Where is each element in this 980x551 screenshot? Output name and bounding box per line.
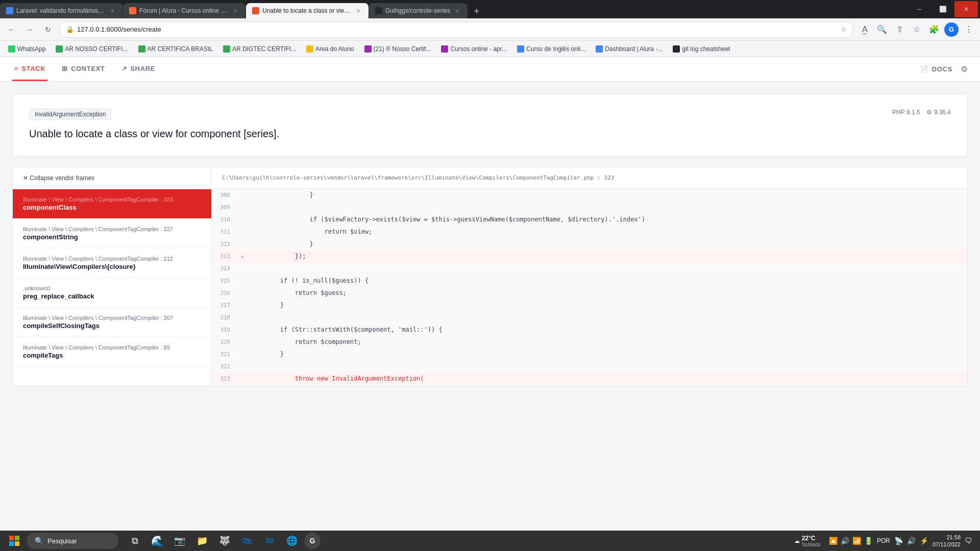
system-tray[interactable]: 🔼 🔊 📶 🔋	[829, 537, 873, 545]
translate-icon[interactable]: A̲	[857, 22, 872, 37]
line-number: 309	[212, 204, 238, 211]
bookmark-0[interactable]: WhatsApp	[4, 44, 50, 54]
bookmark-8[interactable]: Dashboard | Alura -...	[592, 44, 667, 54]
bookmark-favicon-2	[138, 45, 145, 53]
new-tab-button[interactable]: +	[470, 4, 484, 18]
line-content: throw new InvalidArgumentException(	[247, 375, 967, 382]
taskbar-webcam-icon[interactable]: 📷	[169, 531, 190, 551]
taskbar-chrome-icon[interactable]: 🌐	[282, 531, 302, 551]
clock[interactable]: 21:58 07/11/2022	[933, 534, 961, 548]
stack-frame-frame3[interactable]: Illuminate \ View \ Compilers \ Componen…	[13, 248, 211, 278]
battery-icon[interactable]: ⚡	[920, 537, 928, 545]
bookmark-1[interactable]: AR NOSSO CERTIFI...	[52, 44, 132, 54]
stack-frame-frame1[interactable]: Illuminate \ View \ Compilers \ Componen…	[13, 189, 211, 219]
taskbar-edge-icon[interactable]: 🌊	[147, 531, 167, 551]
line-content: }	[247, 302, 967, 309]
favorites-icon[interactable]: ☆	[910, 22, 924, 37]
frame-class-frame5: Illuminate \ View \ Compilers \ Componen…	[23, 315, 201, 321]
ignition-tab-context[interactable]: ⊞CONTEXT	[60, 57, 107, 81]
reload-button[interactable]: ↻	[41, 22, 55, 37]
code-viewer-panel: C:\Users\guilh\controle-series\vendor\la…	[212, 167, 967, 386]
taskbar-search[interactable]: 🔍 Pesquisar	[27, 533, 118, 549]
taskbar: 🔍 Pesquisar ⧉ 🌊 📷 📁 🐺 🛍 ✉ 🌐 G	[0, 531, 980, 551]
bookmark-9[interactable]: git log cheatsheet	[669, 44, 734, 54]
taskbar-g-icon[interactable]: G	[304, 533, 321, 549]
tab-close-tab3[interactable]: ✕	[354, 7, 362, 15]
browser-tab-tab1[interactable]: Laravel: validando formulários, u...✕	[0, 3, 122, 18]
bookmark-label-4: Area do Aluno	[315, 45, 354, 53]
close-button[interactable]: ✕	[954, 1, 978, 17]
collapse-vendor-button[interactable]: ✕ Collapse vendor frames	[13, 167, 211, 189]
line-number: 316	[212, 290, 238, 296]
search-icon[interactable]: 🔍	[875, 22, 889, 37]
tab-close-tab2[interactable]: ✕	[231, 7, 239, 15]
bookmark-favicon-0	[8, 45, 15, 53]
bookmark-6[interactable]: Cursos online - apr...	[437, 44, 511, 54]
bookmark-star-icon[interactable]: ☆	[841, 26, 847, 33]
start-button[interactable]	[4, 531, 24, 551]
tab-close-tab4[interactable]: ✕	[453, 7, 461, 15]
bookmark-label-2: AR CERTIFICA BRASIL	[148, 45, 213, 53]
frame-class-frame4: .unknown0	[23, 285, 201, 291]
bookmark-5[interactable]: (21) ® Nosso Certif...	[360, 44, 435, 54]
code-line: 322	[212, 360, 967, 372]
docs-button[interactable]: 📄 DOCS	[920, 65, 952, 73]
code-line: 323 throw new InvalidArgumentException(	[212, 372, 967, 385]
notifications-icon[interactable]: 🗨	[965, 537, 972, 545]
maximize-button[interactable]: ⬜	[931, 1, 954, 17]
forward-button[interactable]: →	[22, 22, 37, 37]
stack-frame-frame5[interactable]: Illuminate \ View \ Compilers \ Componen…	[13, 308, 211, 337]
stack-trace-area: ✕ Collapse vendor frames Illuminate \ Vi…	[12, 167, 968, 386]
stack-frame-frame2[interactable]: Illuminate \ View \ Compilers \ Componen…	[13, 219, 211, 248]
tab-close-tab1[interactable]: ✕	[108, 7, 116, 15]
ignition-tab-share[interactable]: ↗SHARE	[119, 57, 157, 81]
stack-frame-frame6[interactable]: Illuminate \ View \ Compilers \ Componen…	[13, 337, 211, 367]
back-button[interactable]: ←	[4, 22, 18, 37]
line-number: 317	[212, 302, 238, 309]
taskbar-mail-icon[interactable]: ✉	[259, 531, 280, 551]
ignition-tab-stack[interactable]: ≡STACK	[12, 57, 47, 81]
taskbar-store-icon[interactable]: 🛍	[237, 531, 257, 551]
weather-widget: ☁ 22°C Nublado	[790, 535, 825, 547]
line-content: }	[247, 191, 967, 198]
task-view-button[interactable]: ⧉	[125, 531, 145, 551]
line-content: return $view;	[247, 228, 967, 235]
browser-tab-tab4[interactable]: Guihggs/controle-series✕	[369, 3, 468, 18]
bookmark-favicon-3	[223, 45, 230, 53]
frame-class-frame3: Illuminate \ View \ Compilers \ Componen…	[23, 256, 201, 262]
bookmark-label-5: (21) ® Nosso Certif...	[374, 45, 431, 53]
bookmark-7[interactable]: Curso de Inglês onli...	[513, 44, 590, 54]
menu-icon[interactable]: ⋮	[962, 22, 976, 37]
extensions-icon[interactable]: 🧩	[927, 22, 941, 37]
stack-frames-panel: ✕ Collapse vendor frames Illuminate \ Vi…	[13, 167, 212, 386]
line-number: 314	[212, 265, 238, 272]
profile-icon[interactable]: G	[944, 22, 959, 37]
browser-tab-tab2[interactable]: Fórum | Alura - Cursos online de...✕	[123, 3, 246, 18]
frame-class-frame1: Illuminate \ View \ Compilers \ Componen…	[23, 196, 201, 203]
frame-method-frame4: preg_replace_callback	[23, 292, 201, 300]
browser-tab-tab3[interactable]: Unable to locate a class or view f...✕	[246, 3, 369, 18]
code-line: 314	[212, 262, 967, 274]
taskbar-right: ☁ 22°C Nublado 🔼 🔊 📶 🔋 POR 📡 🔊 ⚡ 21:58 0…	[790, 534, 976, 548]
bookmarks-bar: WhatsAppAR NOSSO CERTIFI...AR CERTIFICA …	[0, 41, 980, 57]
bookmark-4[interactable]: Area do Aluno	[302, 44, 358, 54]
frame-method-frame3: Illuminate\View\Compilers\{closure}	[23, 263, 201, 270]
address-bar[interactable]: 🔒 127.0.0.1:8000/series/create ☆	[59, 21, 853, 38]
wifi-icon[interactable]: 📡	[894, 537, 903, 545]
code-line: 315 if (! is_null($guess)) {	[212, 274, 967, 287]
taskbar-files-icon[interactable]: 📁	[192, 531, 212, 551]
settings-gear-icon[interactable]: ⚙	[961, 64, 968, 74]
bookmark-favicon-6	[441, 45, 448, 53]
code-line: 308 }	[212, 189, 967, 201]
line-content: return $guess;	[247, 289, 967, 296]
minimize-button[interactable]: ─	[908, 1, 931, 17]
stack-frame-frame4[interactable]: .unknown0preg_replace_callback	[13, 278, 211, 308]
line-number: 315	[212, 278, 238, 284]
bookmark-3[interactable]: AR DIGTEC CERTIFI...	[219, 44, 300, 54]
taskbar-icons: ⧉ 🌊 📷 📁 🐺 🛍 ✉ 🌐 G	[125, 531, 321, 551]
volume-icon[interactable]: 🔊	[907, 537, 916, 545]
bookmark-2[interactable]: AR CERTIFICA BRASIL	[134, 44, 217, 54]
share-icon[interactable]: ⇧	[892, 22, 906, 37]
bookmark-label-1: AR NOSSO CERTIFI...	[65, 45, 128, 53]
taskbar-wolf-icon[interactable]: 🐺	[214, 531, 235, 551]
